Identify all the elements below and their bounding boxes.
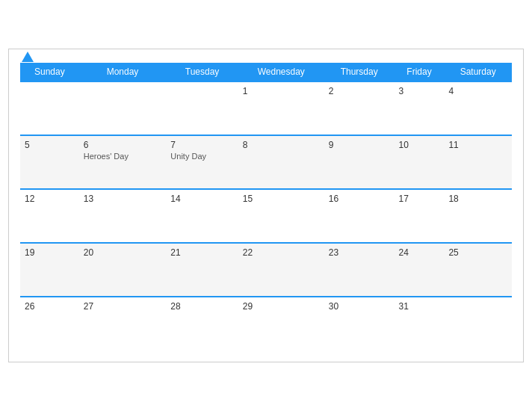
calendar-cell: 27 — [79, 297, 167, 350]
day-number: 13 — [84, 194, 162, 204]
logo-triangle-icon — [22, 52, 34, 62]
calendar-cell — [166, 81, 238, 135]
calendar-cell: 25 — [444, 243, 512, 297]
calendar-cell: 9 — [324, 135, 395, 189]
day-number: 11 — [448, 140, 507, 150]
calendar-cell: 26 — [20, 297, 79, 350]
weekday-header-tuesday: Tuesday — [166, 63, 238, 81]
calendar-cell: 17 — [395, 189, 445, 243]
day-number: 21 — [170, 247, 233, 258]
day-number: 10 — [399, 140, 440, 150]
weekday-header-wednesday: Wednesday — [238, 63, 324, 81]
calendar-cell: 3 — [395, 81, 445, 135]
day-number: 29 — [243, 301, 320, 312]
day-number: 9 — [329, 140, 390, 150]
day-number: 20 — [84, 247, 162, 258]
day-number: 12 — [25, 194, 75, 204]
weekday-header-sunday: Sunday — [20, 63, 79, 81]
day-number: 19 — [25, 247, 75, 258]
week-row-5: 262728293031 — [20, 297, 512, 350]
day-number: 3 — [399, 86, 440, 96]
calendar-cell: 10 — [395, 135, 445, 189]
day-number: 1 — [243, 86, 320, 96]
day-number: 18 — [448, 194, 507, 204]
calendar-cell: 2 — [324, 81, 395, 135]
calendar-cell: 29 — [238, 297, 324, 350]
day-number: 16 — [329, 194, 390, 204]
weekday-header-monday: Monday — [79, 63, 167, 81]
calendar-grid: SundayMondayTuesdayWednesdayThursdayFrid… — [20, 63, 512, 350]
day-number: 5 — [25, 140, 75, 150]
calendar-cell: 4 — [444, 81, 512, 135]
calendar-cell: 14 — [166, 189, 238, 243]
day-number: 26 — [25, 301, 75, 312]
day-number: 22 — [243, 247, 320, 258]
calendar-cell: 16 — [324, 189, 395, 243]
week-row-1: 1234 — [20, 81, 512, 135]
week-row-2: 56Heroes' Day7Unity Day891011 — [20, 135, 512, 189]
weekday-header-friday: Friday — [395, 63, 445, 81]
day-number: 25 — [448, 247, 507, 258]
calendar-cell — [20, 81, 79, 135]
calendar-cell: 11 — [444, 135, 512, 189]
day-number: 15 — [243, 194, 320, 204]
week-row-4: 19202122232425 — [20, 243, 512, 297]
weekday-header-thursday: Thursday — [324, 63, 395, 81]
calendar-cell: 31 — [395, 297, 445, 350]
calendar-cell: 21 — [166, 243, 238, 297]
day-number: 6 — [84, 140, 162, 150]
calendar-cell — [444, 297, 512, 350]
day-number: 28 — [170, 301, 233, 312]
day-number: 31 — [399, 301, 440, 312]
calendar-cell: 7Unity Day — [166, 135, 238, 189]
calendar-cell: 24 — [395, 243, 445, 297]
calendar-container: SundayMondayTuesdayWednesdayThursdayFrid… — [8, 49, 524, 362]
day-number: 24 — [399, 247, 440, 258]
day-number: 8 — [243, 140, 320, 150]
calendar-cell — [79, 81, 167, 135]
weekday-header-row: SundayMondayTuesdayWednesdayThursdayFrid… — [20, 63, 512, 81]
day-number: 30 — [329, 301, 390, 312]
day-number: 4 — [448, 86, 507, 96]
calendar-cell: 5 — [20, 135, 79, 189]
calendar-cell: 23 — [324, 243, 395, 297]
calendar-cell: 15 — [238, 189, 324, 243]
calendar-cell: 30 — [324, 297, 395, 350]
calendar-cell: 22 — [238, 243, 324, 297]
day-number: 17 — [399, 194, 440, 204]
day-number: 7 — [170, 140, 233, 150]
weekday-header-saturday: Saturday — [444, 63, 512, 81]
calendar-cell: 12 — [20, 189, 79, 243]
day-number: 27 — [84, 301, 162, 312]
calendar-cell: 13 — [79, 189, 167, 243]
holiday-name: Unity Day — [170, 152, 233, 161]
day-number: 14 — [170, 194, 233, 204]
calendar-cell: 1 — [238, 81, 324, 135]
week-row-3: 12131415161718 — [20, 189, 512, 243]
calendar-cell: 8 — [238, 135, 324, 189]
calendar-cell: 6Heroes' Day — [79, 135, 167, 189]
day-number: 23 — [329, 247, 390, 258]
calendar-cell: 20 — [79, 243, 167, 297]
calendar-cell: 18 — [444, 189, 512, 243]
day-number: 2 — [329, 86, 390, 96]
calendar-cell: 19 — [20, 243, 79, 297]
calendar-cell: 28 — [166, 297, 238, 350]
logo — [20, 52, 34, 62]
holiday-name: Heroes' Day — [84, 152, 162, 161]
